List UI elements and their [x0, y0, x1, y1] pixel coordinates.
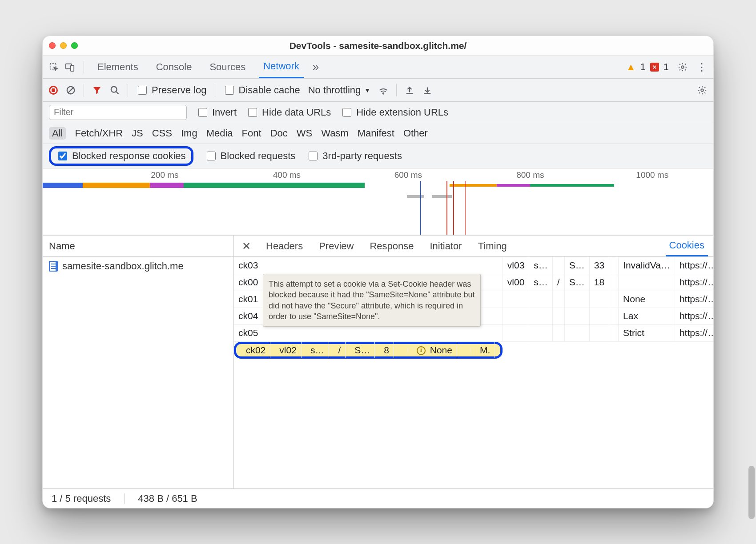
- invert-checkbox[interactable]: Invert: [197, 107, 237, 118]
- tab-elements[interactable]: Elements: [93, 56, 143, 78]
- type-filter-media[interactable]: Media: [206, 128, 233, 139]
- download-har-icon[interactable]: [422, 85, 432, 95]
- type-filter-doc[interactable]: Doc: [270, 128, 288, 139]
- network-toolbar: Preserve log Disable cache No throttling…: [43, 79, 713, 102]
- blocked-response-cookies-checkbox[interactable]: Blocked response cookies: [56, 150, 186, 162]
- warning-count: 1: [640, 61, 646, 73]
- type-filter-css[interactable]: CSS: [152, 128, 172, 139]
- upload-har-icon[interactable]: [405, 85, 414, 95]
- hide-data-urls-checkbox[interactable]: Hide data URLs: [246, 107, 331, 118]
- type-filter-ws[interactable]: WS: [297, 128, 312, 139]
- warning-icon[interactable]: ▲: [626, 61, 636, 73]
- disable-cache-checkbox[interactable]: Disable cache: [223, 84, 300, 96]
- requests-count: 1 / 5 requests: [52, 493, 111, 504]
- request-grid: Name samesite-sandbox.glitch.me ✕ Header…: [43, 235, 713, 488]
- inspect-icon[interactable]: [49, 62, 59, 72]
- throttle-select[interactable]: No throttling ▼: [308, 84, 370, 96]
- tab-preview[interactable]: Preview: [315, 236, 357, 256]
- svg-point-6: [111, 86, 117, 92]
- cookie-row[interactable]: ck02vl02s…/S…8 NoneM.: [234, 342, 503, 359]
- secondary-filters: Blocked response cookies Blocked request…: [43, 144, 713, 168]
- type-filter-other[interactable]: Other: [403, 128, 428, 139]
- cookie-row[interactable]: ck05Stricthttps://…M.: [234, 324, 713, 341]
- panel-settings-icon[interactable]: [697, 85, 707, 95]
- devtools-window: DevTools - samesite-sandbox.glitch.me/ E…: [42, 36, 714, 508]
- timeline-tick: 800 ms: [516, 170, 544, 180]
- cookie-row[interactable]: ck03vl03s…S…33InvalidVa…https://…M.: [234, 257, 713, 274]
- close-details-icon[interactable]: ✕: [239, 240, 253, 252]
- device-toolbar-icon[interactable]: [65, 62, 75, 72]
- blocked-response-cookies-highlight: Blocked response cookies: [49, 146, 193, 166]
- timeline-tick: 400 ms: [273, 170, 301, 180]
- filter-icon[interactable]: [92, 85, 102, 95]
- svg-point-9: [701, 89, 704, 92]
- type-filter-wasm[interactable]: Wasm: [321, 128, 349, 139]
- detail-tab-bar: ✕ Headers Preview Response Initiator Tim…: [234, 236, 713, 257]
- request-row[interactable]: samesite-sandbox.glitch.me: [43, 257, 233, 276]
- request-name: samesite-sandbox.glitch.me: [62, 260, 184, 272]
- tab-timing[interactable]: Timing: [475, 236, 511, 256]
- filter-bar: Invert Hide data URLs Hide extension URL…: [43, 102, 713, 123]
- timeline-tick: 600 ms: [394, 170, 422, 180]
- type-filter-font[interactable]: Font: [242, 128, 261, 139]
- separator: [84, 61, 84, 73]
- svg-line-5: [68, 87, 74, 93]
- transfer-size: 438 B / 651 B: [138, 493, 197, 504]
- type-filter-all[interactable]: All: [49, 127, 66, 140]
- search-icon[interactable]: [110, 85, 120, 95]
- blocked-requests-checkbox[interactable]: Blocked requests: [205, 150, 296, 162]
- error-icon[interactable]: ×: [650, 63, 659, 72]
- overview-timeline[interactable]: 200 ms400 ms600 ms800 ms1000 ms: [43, 168, 713, 235]
- hide-extension-urls-checkbox[interactable]: Hide extension URLs: [341, 107, 448, 118]
- more-options-icon[interactable]: ⋮: [696, 61, 707, 73]
- filter-input[interactable]: [49, 105, 187, 120]
- third-party-requests-checkbox[interactable]: 3rd-party requests: [307, 150, 402, 162]
- type-filter-fetchxhr[interactable]: Fetch/XHR: [75, 128, 123, 139]
- main-tab-bar: Elements Console Sources Network » ▲ 1 ×…: [43, 56, 713, 79]
- svg-line-7: [116, 91, 119, 94]
- svg-rect-2: [71, 65, 74, 71]
- type-filter-manifest[interactable]: Manifest: [358, 128, 394, 139]
- preserve-log-checkbox[interactable]: Preserve log: [136, 84, 207, 96]
- type-filter-js[interactable]: JS: [132, 128, 143, 139]
- tab-headers[interactable]: Headers: [262, 236, 306, 256]
- cookie-block-tooltip: This attempt to set a cookie via a Set-C…: [263, 274, 481, 327]
- info-icon: [417, 346, 426, 355]
- tab-response[interactable]: Response: [366, 236, 417, 256]
- name-column-header[interactable]: Name: [43, 236, 233, 257]
- timeline-tick: 200 ms: [151, 170, 178, 180]
- document-icon: [49, 261, 58, 272]
- clear-icon[interactable]: [66, 85, 76, 95]
- type-filter-img[interactable]: Img: [181, 128, 197, 139]
- resource-type-filter: AllFetch/XHRJSCSSImgMediaFontDocWSWasmMa…: [43, 123, 713, 144]
- timeline-tick: 1000 ms: [636, 170, 668, 180]
- more-tabs-icon[interactable]: »: [313, 60, 319, 74]
- svg-point-3: [681, 66, 684, 68]
- network-conditions-icon[interactable]: [378, 85, 388, 95]
- tab-cookies[interactable]: Cookies: [666, 236, 708, 256]
- error-count: 1: [664, 61, 669, 73]
- svg-point-8: [383, 92, 384, 94]
- tab-network[interactable]: Network: [259, 56, 304, 78]
- window-title: DevTools - samesite-sandbox.glitch.me/: [43, 40, 713, 51]
- cookies-table[interactable]: ck03vl03s…S…33InvalidVa…https://…M.ck00v…: [234, 257, 713, 488]
- tab-initiator[interactable]: Initiator: [426, 236, 465, 256]
- settings-icon[interactable]: [678, 62, 688, 72]
- record-button[interactable]: [49, 86, 58, 95]
- titlebar: DevTools - samesite-sandbox.glitch.me/: [43, 36, 713, 56]
- tab-console[interactable]: Console: [152, 56, 197, 78]
- status-bar: 1 / 5 requests 438 B / 651 B: [43, 488, 713, 508]
- tab-sources[interactable]: Sources: [205, 56, 250, 78]
